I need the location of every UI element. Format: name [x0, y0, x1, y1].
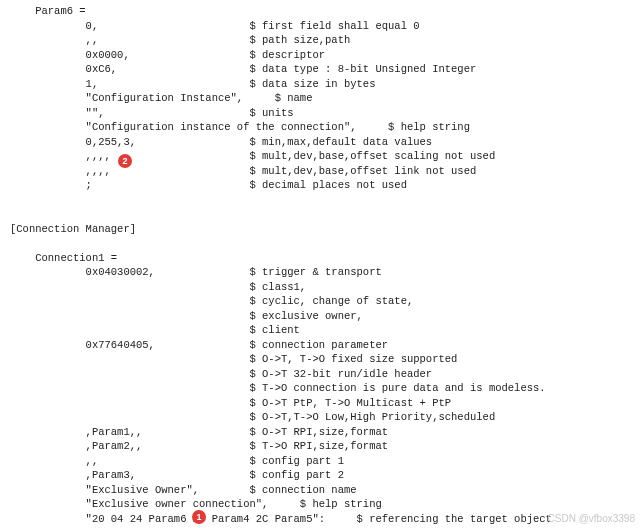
code-line: $ client: [10, 323, 633, 338]
code-line: "Exclusive Owner", $ connection name: [10, 483, 633, 498]
code-line: $ cyclic, change of state,: [10, 294, 633, 309]
code-line: $ O->T PtP, T->O Multicast + PtP: [10, 396, 633, 411]
code-line: [10, 193, 633, 208]
code-line: ,, $ path size,path: [10, 33, 633, 48]
code-line: ,,,, $ mult,dev,base,offset scaling not …: [10, 149, 633, 164]
code-line: [10, 236, 633, 251]
code-line: Connection1 =: [10, 251, 633, 266]
code-line: "Exclusive owner connection", $ help str…: [10, 497, 633, 512]
code-line: ,,,, $ mult,dev,base,offset link not use…: [10, 164, 633, 179]
code-line: ,Param2,, $ T->O RPI,size,format: [10, 439, 633, 454]
code-line: 0x04030002, $ trigger & transport: [10, 265, 633, 280]
code-line: 0x77640405, $ connection parameter: [10, 338, 633, 353]
code-line: $ T->O connection is pure data and is mo…: [10, 381, 633, 396]
code-line: [Connection Manager]: [10, 222, 633, 237]
annotation-badge-2: 2: [118, 154, 132, 168]
code-line: ,Param1,, $ O->T RPI,size,format: [10, 425, 633, 440]
code-line: ,Param3, $ config part 2: [10, 468, 633, 483]
code-line: 0,255,3, $ min,max,default data values: [10, 135, 633, 150]
code-line: $ O->T, T->O fixed size supported: [10, 352, 633, 367]
watermark: CSDN @vfbox3398: [548, 512, 635, 527]
code-line: "Configuration Instance", $ name: [10, 91, 633, 106]
code-line: $ O->T 32-bit run/idle header: [10, 367, 633, 382]
code-line: 1, $ data size in bytes: [10, 77, 633, 92]
code-line: ,, $ config part 1: [10, 454, 633, 469]
code-line: 0x0000, $ descriptor: [10, 48, 633, 63]
code-line: Param6 =: [10, 4, 633, 19]
code-line: $ exclusive owner,: [10, 309, 633, 324]
code-line: $ O->T,T->O Low,High Priority,scheduled: [10, 410, 633, 425]
code-line: "Configuration instance of the connectio…: [10, 120, 633, 135]
code-line: 0, $ first field shall equal 0: [10, 19, 633, 34]
code-line: "20 04 24 Param6 2C Param4 2C Param5": $…: [10, 512, 633, 527]
annotation-badge-1: 1: [192, 510, 206, 524]
code-line: ; $ decimal places not used: [10, 178, 633, 193]
code-line: "", $ units: [10, 106, 633, 121]
code-line: [10, 207, 633, 222]
code-line: 0xC6, $ data type : 8-bit Unsigned Integ…: [10, 62, 633, 77]
code-block: Param6 = 0, $ first field shall equal 0 …: [10, 4, 633, 526]
code-line: $ class1,: [10, 280, 633, 295]
